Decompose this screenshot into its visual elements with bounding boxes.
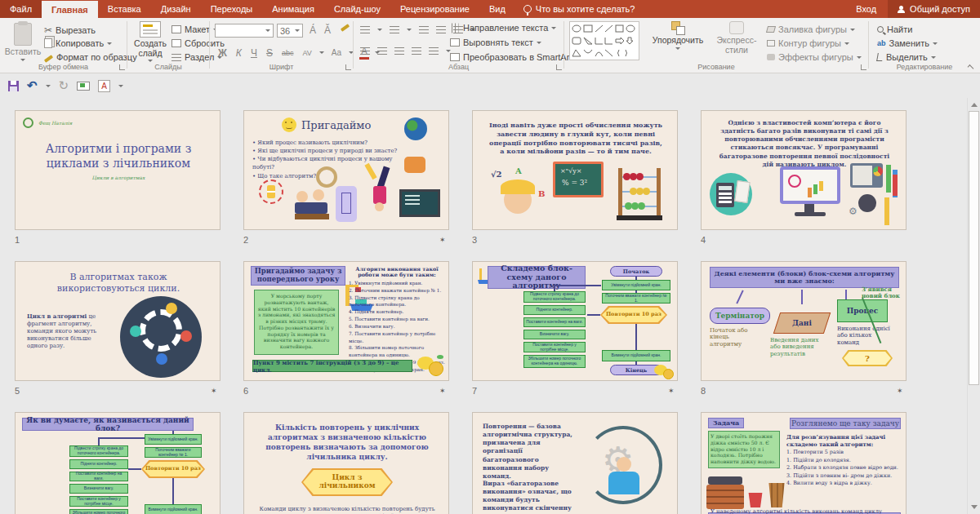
children-illustration xyxy=(295,189,329,220)
columns-icon[interactable] xyxy=(429,47,439,55)
slide2-title: Пригадаймо xyxy=(301,119,371,131)
align-right-icon[interactable] xyxy=(394,47,404,55)
slide-thumbnail-10[interactable]: Кількість повторень у циклічних алгоритм… xyxy=(243,412,449,514)
shrink-font-button[interactable]: А̌ xyxy=(323,24,332,36)
italic-button[interactable]: К xyxy=(234,47,243,59)
format-painter-button[interactable]: Формат по образцу xyxy=(44,52,137,62)
new-slide-button[interactable]: Создать слайд xyxy=(131,21,170,62)
align-text-button[interactable]: Выровнять текст xyxy=(450,38,541,47)
slide-thumbnail-3[interactable]: Іноді навіть дуже прості обчислення можу… xyxy=(472,110,678,230)
scroll-up-arrow[interactable] xyxy=(971,103,978,107)
data-shape: Дані xyxy=(773,312,831,334)
tab-view[interactable]: Вид xyxy=(479,0,515,18)
start-slideshow-button[interactable] xyxy=(77,82,90,91)
grow-font-button[interactable]: А́ xyxy=(308,24,318,36)
dialog-launcher-icon[interactable] xyxy=(345,64,351,70)
slide-thumbnail-7[interactable]: Складемо блок-схему даного алгоритму Поч… xyxy=(472,261,678,381)
select-button[interactable]: Выделить xyxy=(877,52,936,62)
brush-icon xyxy=(44,55,53,63)
save-button[interactable] xyxy=(8,81,19,91)
tab-home[interactable]: Главная xyxy=(42,0,98,18)
animation-star-indicator: ✶ xyxy=(439,236,446,244)
text-direction-button[interactable]: Направление текста xyxy=(450,23,556,33)
tab-file[interactable]: Файл xyxy=(0,0,42,18)
slide12-task-box: У дворі стоїть порожня діжка ємністю 50 … xyxy=(708,431,780,468)
smartart-button[interactable]: Преобразовать в SmartArt xyxy=(450,52,580,62)
slide-thumbnail-6[interactable]: Пригадаймо задачу з попереднього уроку У… xyxy=(243,261,449,381)
flow-start: Початок xyxy=(610,266,662,277)
undo-caret-icon xyxy=(46,85,51,87)
clear-formatting-button[interactable] xyxy=(339,24,351,28)
slide-number: 1 xyxy=(15,235,20,245)
flow-connector xyxy=(635,290,637,293)
numbering-icon[interactable] xyxy=(390,26,399,33)
font-size-value: 36 xyxy=(280,26,290,36)
scroll-down-arrow[interactable] xyxy=(971,505,978,509)
shape-outline-button[interactable]: Контур фигуры xyxy=(767,38,849,48)
align-controls-row xyxy=(360,47,451,55)
align-center-icon[interactable] xyxy=(377,47,387,55)
slide-thumbnail-8[interactable]: Деякі елементи (блоки) блок-схеми алгори… xyxy=(701,261,906,381)
reset-icon xyxy=(172,39,181,47)
flow-loop-hexagon: Повторити 10 раз xyxy=(600,306,667,324)
paste-button[interactable]: Вставить xyxy=(5,23,41,61)
shape-fill-caret-icon xyxy=(850,29,855,31)
font-name-combobox[interactable] xyxy=(215,24,274,38)
tiger-illustration xyxy=(404,157,425,173)
slide-thumbnail-5[interactable]: В алгоритмах також використовуються цикл… xyxy=(15,261,220,381)
slide-thumbnail-1[interactable]: Фещ Наталія Алгоритми і програми з цикла… xyxy=(15,110,220,230)
bullets-icon[interactable] xyxy=(360,26,370,33)
copy-button[interactable]: Копировать xyxy=(44,38,112,48)
justify-icon[interactable] xyxy=(412,47,421,55)
strikethrough-button[interactable]: S xyxy=(265,47,274,59)
tab-slideshow[interactable]: Слайд-шоу xyxy=(324,0,390,18)
replace-caret-icon xyxy=(933,42,938,45)
bold-button[interactable]: Ж xyxy=(216,47,229,59)
underline-button[interactable]: Ч xyxy=(249,47,259,59)
dialog-launcher-icon[interactable] xyxy=(556,64,562,70)
slide4-text: Однією з властивостей комп’ютера є його … xyxy=(715,119,894,169)
tab-animations[interactable]: Анимация xyxy=(262,0,324,18)
dialog-launcher-icon[interactable] xyxy=(119,64,125,70)
shape-effects-button[interactable]: Эффекты фигуры xyxy=(767,52,862,62)
flow-step: Увімкнути підйомний кран. xyxy=(602,280,670,290)
shadow-button[interactable]: abc xyxy=(280,49,296,57)
decrease-indent-icon[interactable] xyxy=(419,26,429,33)
replace-button[interactable]: ab Заменить xyxy=(877,38,938,48)
slide-thumbnail-11[interactable]: Повторення — базова алгоритмічна структу… xyxy=(472,412,678,514)
slide-thumbnail-2[interactable]: Пригадаймо Який процес називають циклічн… xyxy=(243,110,449,230)
shape-outline-label: Контур фигуры xyxy=(778,38,841,48)
cut-button[interactable]: ✂ Вырезать xyxy=(44,24,96,36)
arrange-button[interactable]: Упорядочить xyxy=(646,21,710,50)
char-spacing-button[interactable]: AV xyxy=(301,49,313,57)
tab-design[interactable]: Дизайн xyxy=(151,0,201,18)
sign-in-button[interactable]: Вход xyxy=(844,0,888,18)
dialog-launcher-icon[interactable] xyxy=(861,64,866,70)
align-left-icon[interactable] xyxy=(360,47,370,55)
font-size-combobox[interactable]: 36 xyxy=(277,24,303,38)
change-case-button[interactable]: Aa xyxy=(330,48,343,57)
undo-button[interactable]: ↶ xyxy=(27,78,38,93)
group-clipboard: Вставить ✂ Вырезать Копировать Формат по… xyxy=(0,18,127,73)
vertical-scrollbar[interactable] xyxy=(967,98,980,514)
slide-thumbnail-9[interactable]: Як ви думаєте, як називається даний блок… xyxy=(15,412,220,514)
tab-transitions[interactable]: Переходы xyxy=(201,0,263,18)
group-editing: Найти ab Заменить Выделить Редактировани… xyxy=(869,18,980,73)
share-button[interactable]: Общий доступ xyxy=(888,0,980,18)
font-style-caret-icon xyxy=(118,85,123,87)
shapes-gallery[interactable] xyxy=(569,21,639,60)
tab-insert[interactable]: Вставка xyxy=(98,0,151,18)
paste-label: Вставить xyxy=(5,47,42,57)
tab-review[interactable]: Рецензирование xyxy=(390,0,479,18)
new-slide-icon xyxy=(140,21,161,38)
slide-thumbnail-4[interactable]: Однією з властивостей комп’ютера є його … xyxy=(701,110,906,230)
increase-indent-icon[interactable] xyxy=(436,26,446,33)
scrollbar-thumb[interactable] xyxy=(969,111,979,385)
find-button[interactable]: Найти xyxy=(877,24,912,34)
font-style-button[interactable]: A xyxy=(98,80,110,92)
quick-styles-button[interactable]: Экспресс-стили xyxy=(711,21,762,55)
shape-fill-button[interactable]: Заливка фигуры xyxy=(767,24,855,34)
tell-me-box[interactable]: Что вы хотите сделать? xyxy=(515,0,644,18)
redo-button[interactable]: ↻ xyxy=(59,78,69,93)
slide-thumbnail-12[interactable]: Задача Розглянемо ще таку задачу У дворі… xyxy=(701,412,906,514)
